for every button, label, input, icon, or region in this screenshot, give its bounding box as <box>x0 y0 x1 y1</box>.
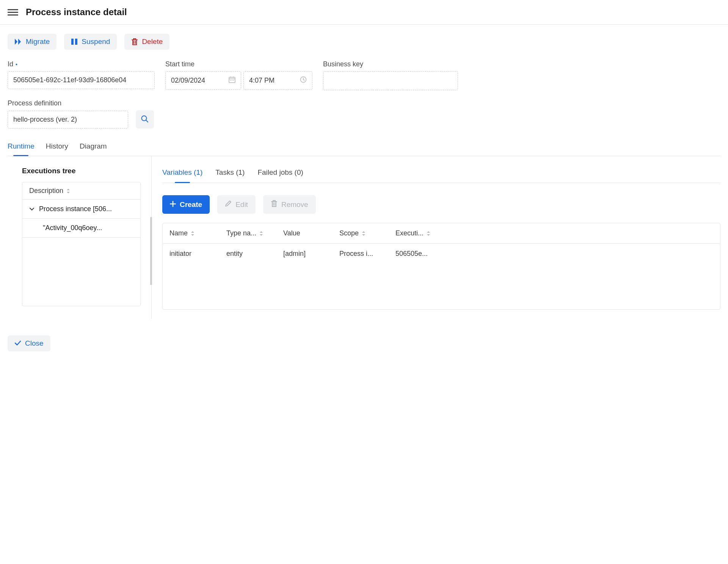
tree-row-activity[interactable]: "Activity_00q6oey... <box>22 219 140 238</box>
form-row-1: Id • 506505e1-692c-11ef-93d9-16806e04 St… <box>8 60 720 90</box>
suspend-label: Suspend <box>82 38 110 46</box>
migrate-label: Migrate <box>26 38 50 46</box>
id-label: Id • <box>8 60 155 68</box>
suspend-button[interactable]: Suspend <box>64 34 117 50</box>
svg-point-7 <box>232 80 232 81</box>
start-time-label: Start time <box>165 60 312 68</box>
column-header-value[interactable]: Value <box>276 229 333 237</box>
table-empty-space <box>163 264 720 309</box>
tab-runtime[interactable]: Runtime <box>8 138 35 156</box>
pencil-icon <box>225 200 232 209</box>
action-bar: Migrate Suspend Delete <box>8 34 720 50</box>
clock-icon <box>300 76 307 85</box>
process-definition-field-group: Process definition hello-process (ver. 2… <box>8 99 154 128</box>
column-header-name[interactable]: Name <box>163 229 220 237</box>
main-content: Migrate Suspend Delete Id • 506505e1-692… <box>0 25 728 328</box>
delete-label: Delete <box>142 38 163 46</box>
pause-icon <box>71 38 78 45</box>
business-key-field-group: Business key <box>323 60 458 90</box>
variables-table: Name Type na... Value Scope <box>162 223 720 310</box>
svg-rect-1 <box>75 39 77 45</box>
executions-tree-title: Executions tree <box>22 167 141 175</box>
start-date-input[interactable]: 02/09/2024 <box>165 71 241 90</box>
table-row[interactable]: initiator entity [admin] Process i... 50… <box>163 244 720 264</box>
executions-tree-table: Description Process instance [506... "Ac… <box>22 182 141 306</box>
create-variable-button[interactable]: Create <box>162 195 210 214</box>
sort-icon <box>66 189 70 193</box>
calendar-icon <box>229 76 235 85</box>
sort-icon <box>362 231 366 236</box>
variables-table-header: Name Type na... Value Scope <box>163 223 720 244</box>
tab-history[interactable]: History <box>46 138 68 156</box>
tree-empty-space <box>22 238 140 306</box>
sub-tab-tasks[interactable]: Tasks (1) <box>215 165 245 183</box>
page-title: Process instance detail <box>26 7 127 17</box>
process-definition-lookup-button[interactable] <box>136 110 154 128</box>
column-header-scope[interactable]: Scope <box>333 229 389 237</box>
business-key-input[interactable] <box>323 71 458 90</box>
chevron-down-icon <box>29 205 35 213</box>
remove-variable-button: Remove <box>263 195 316 214</box>
id-input[interactable]: 506505e1-692c-11ef-93d9-16806e04 <box>8 71 155 89</box>
sub-tab-variables[interactable]: Variables (1) <box>162 165 202 183</box>
start-time-field-group: Start time 02/09/2024 4:07 PM <box>165 60 312 90</box>
delete-button[interactable]: Delete <box>124 34 169 50</box>
sort-icon <box>191 231 195 236</box>
required-dot-icon: • <box>16 61 17 67</box>
sub-tab-failed-jobs[interactable]: Failed jobs (0) <box>257 165 303 183</box>
forward-icon <box>14 38 22 45</box>
hamburger-menu-icon[interactable] <box>8 7 18 17</box>
id-field-group: Id • 506505e1-692c-11ef-93d9-16806e04 <box>8 60 155 90</box>
column-header-execution[interactable]: Executi... <box>389 229 446 237</box>
close-button[interactable]: Close <box>8 335 50 351</box>
process-definition-label: Process definition <box>8 99 154 107</box>
trash-icon <box>271 200 278 209</box>
executions-tree-header[interactable]: Description <box>22 182 140 200</box>
variables-panel: Variables (1) Tasks (1) Failed jobs (0) … <box>152 156 720 319</box>
main-tabs: Runtime History Diagram <box>8 138 720 156</box>
tab-diagram[interactable]: Diagram <box>80 138 107 156</box>
plus-icon <box>170 201 176 209</box>
sort-icon <box>427 231 430 236</box>
svg-point-6 <box>230 80 231 81</box>
runtime-panel: Executions tree Description Process inst… <box>8 156 720 319</box>
sort-icon <box>259 231 263 236</box>
process-definition-input[interactable]: hello-process (ver. 2) <box>8 111 128 128</box>
sub-tabs: Variables (1) Tasks (1) Failed jobs (0) <box>162 165 720 183</box>
trash-icon <box>131 38 138 45</box>
start-time-input[interactable]: 4:07 PM <box>243 71 312 90</box>
tree-row-process-instance[interactable]: Process instance [506... <box>22 200 140 219</box>
executions-tree-panel: Executions tree Description Process inst… <box>8 156 152 319</box>
svg-rect-0 <box>71 39 74 45</box>
business-key-label: Business key <box>323 60 458 68</box>
migrate-button[interactable]: Migrate <box>8 34 56 50</box>
form-row-2: Process definition hello-process (ver. 2… <box>8 99 720 128</box>
svg-point-8 <box>233 80 234 81</box>
page-footer: Close <box>0 328 728 359</box>
edit-variable-button: Edit <box>217 195 256 214</box>
variable-actions: Create Edit Remove <box>162 183 720 223</box>
page-header: Process instance detail <box>0 0 728 25</box>
svg-line-11 <box>146 120 148 122</box>
check-icon <box>14 339 21 348</box>
column-header-type[interactable]: Type na... <box>220 229 276 237</box>
search-icon <box>141 115 149 124</box>
